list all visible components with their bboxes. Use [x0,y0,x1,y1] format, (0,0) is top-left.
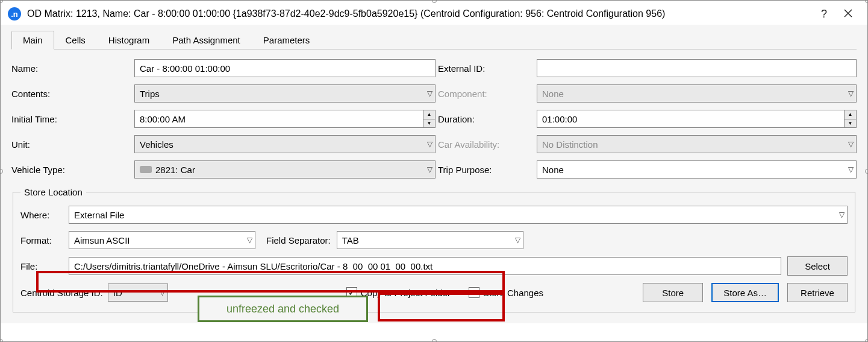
name-label: Name: [11,63,132,74]
duration-spinner[interactable]: 01:00:00 ▲▼ [537,110,857,128]
store-location-group: Store Location Where: External File ▽ Fo… [13,187,855,312]
car-icon [140,166,152,173]
file-path-input[interactable] [69,257,781,275]
spinner-buttons[interactable]: ▲▼ [844,110,856,127]
spin-down-icon[interactable]: ▼ [423,119,435,128]
external-id-input[interactable] [537,59,857,77]
window-title: OD Matrix: 1213, Name: Car - 8:00:00 01:… [27,8,812,19]
resize-handle-icon[interactable] [432,339,437,342]
contents-label: Contents: [11,89,132,99]
retrieve-button[interactable]: Retrieve [787,283,848,302]
main-form: Name: External ID: Contents: Trips ▽ Com… [11,59,857,179]
component-select: None ▽ [537,84,857,103]
dialog-content: Main Cells Histogram Path Assignment Par… [1,25,867,323]
store-changes-checkbox[interactable]: Store Changes [469,287,543,298]
resize-handle-icon[interactable] [0,339,3,342]
chevron-down-icon: ▽ [848,140,854,148]
chevron-down-icon: ▽ [427,89,432,98]
car-availability-select: No Distinction ▽ [537,135,857,153]
app-icon: .n [8,7,21,21]
where-value: External File [74,210,124,220]
contents-value: Trips [140,89,160,99]
component-label: Component: [438,89,534,99]
select-file-button[interactable]: Select [787,256,848,276]
field-separator-select[interactable]: TAB ▽ [337,231,523,249]
chevron-down-icon: ▽ [848,165,854,174]
centroid-storage-id-label: Centroid Storage ID: [20,288,103,298]
duration-value: 01:00:00 [537,114,844,124]
centroid-storage-id-select[interactable]: ID ▽ [108,283,168,302]
checkbox-icon [346,287,357,298]
initial-time-spinner[interactable]: 8:00:00 AM ▲▼ [134,110,436,128]
chevron-down-icon: ▽ [247,236,252,244]
format-label: Format: [20,235,63,245]
duration-label: Duration: [438,114,534,124]
format-value: Aimsun ASCII [74,235,130,245]
trip-purpose-value: None [542,165,564,175]
chevron-down-icon: ▽ [427,140,432,148]
name-input[interactable] [134,59,436,77]
contents-select[interactable]: Trips ▽ [134,84,436,103]
store-button[interactable]: Store [643,283,703,302]
checkbox-icon [469,287,479,298]
field-separator-value: TAB [342,235,359,245]
format-select[interactable]: Aimsun ASCII ▽ [69,231,255,249]
car-availability-value: No Distinction [542,139,598,150]
store-as-button[interactable]: Store As… [711,283,779,302]
where-select[interactable]: External File ▽ [69,206,848,224]
unit-value: Vehicles [140,139,173,150]
copy-to-project-folder-checkbox[interactable]: Copy to Project Folder [346,287,451,298]
vehicle-type-select[interactable]: 2821: Car ▽ [134,160,436,179]
store-changes-label: Store Changes [483,288,543,298]
initial-time-label: Initial Time: [11,114,132,124]
tab-cells[interactable]: Cells [54,31,97,49]
tab-parameters[interactable]: Parameters [252,31,322,49]
tab-histogram[interactable]: Histogram [97,31,161,49]
store-location-legend: Store Location [20,187,86,197]
resize-handle-icon[interactable] [865,0,868,3]
unit-label: Unit: [11,139,132,150]
dialog-window: .n OD Matrix: 1213, Name: Car - 8:00:00 … [1,1,867,341]
tab-path-assignment[interactable]: Path Assignment [161,31,252,49]
chevron-down-icon: ▽ [839,211,845,219]
resize-handle-icon[interactable] [865,339,868,342]
close-button[interactable] [836,8,860,21]
file-label: File: [20,261,63,271]
title-bar: .n OD Matrix: 1213, Name: Car - 8:00:00 … [1,1,867,25]
vehicle-type-label: Vehicle Type: [11,165,132,175]
spin-down-icon[interactable]: ▼ [845,119,856,128]
unit-select[interactable]: Vehicles ▽ [134,135,436,153]
chevron-down-icon: ▽ [160,288,165,297]
trip-purpose-select[interactable]: None ▽ [537,160,857,179]
tab-main[interactable]: Main [11,31,54,49]
chevron-down-icon: ▽ [848,89,854,98]
centroid-storage-id-value: ID [113,288,122,298]
tab-strip: Main Cells Histogram Path Assignment Par… [11,31,857,49]
trip-purpose-label: Trip Purpose: [438,165,534,175]
copy-to-project-folder-label: Copy to Project Folder [361,288,451,298]
spinner-buttons[interactable]: ▲▼ [423,110,435,127]
initial-time-value: 8:00:00 AM [135,114,423,124]
chevron-down-icon: ▽ [515,236,520,244]
resize-handle-icon[interactable] [432,0,437,3]
external-id-label: External ID: [438,63,534,74]
spin-up-icon[interactable]: ▲ [423,110,435,119]
resize-handle-icon[interactable] [865,169,868,174]
resize-handle-icon[interactable] [0,169,3,174]
car-availability-label: Car Availability: [438,139,534,150]
vehicle-type-value: 2821: Car [155,165,195,175]
component-value: None [542,89,564,99]
chevron-down-icon: ▽ [427,165,432,174]
help-button[interactable]: ? [812,8,836,21]
spin-up-icon[interactable]: ▲ [845,110,856,119]
field-separator-label: Field Separator: [266,235,331,245]
where-label: Where: [20,210,63,220]
